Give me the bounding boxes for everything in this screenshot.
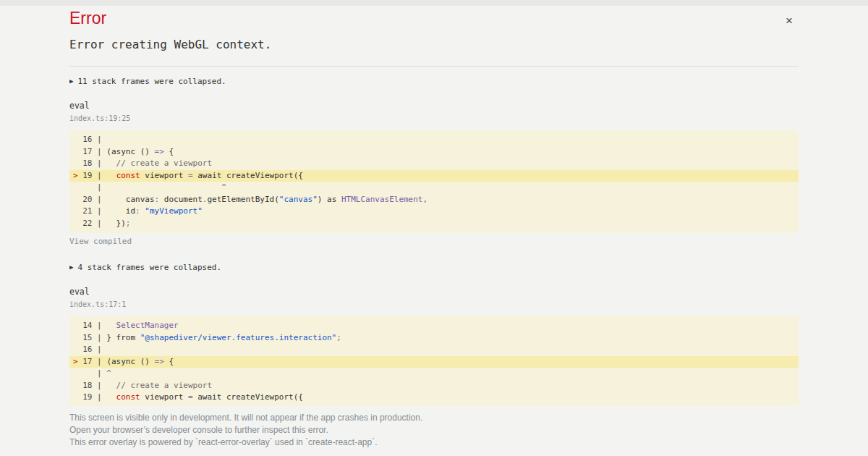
code-token	[106, 392, 116, 402]
code-token: 18 |	[73, 159, 106, 168]
code-token: canvas	[106, 195, 154, 204]
collapsed-frames-label: 11 stack frames were collapsed.	[77, 77, 226, 86]
code-line: 16 |	[69, 134, 799, 146]
code-token: ,	[423, 405, 428, 407]
error-title: Error	[69, 9, 106, 28]
collapsed-frames-toggle-2[interactable]: ▶4 stack frames were collapsed.	[69, 261, 799, 274]
code-token	[106, 381, 116, 390]
error-overlay: Error × Error creating WebGL context. ▶1…	[64, 0, 804, 456]
code-token: >	[73, 171, 78, 180]
code-token: =>	[155, 357, 164, 366]
code-token: } from	[106, 333, 140, 342]
code-token	[106, 171, 116, 180]
code-token: ) as	[318, 405, 341, 407]
frame-function-name-1: eval	[69, 101, 799, 111]
code-token: 17 |	[78, 357, 107, 366]
code-line: 17 | (async () => {	[69, 146, 799, 159]
code-token: "myViewport"	[145, 206, 202, 216]
code-frame-block-1: 16 | 17 | (async () => { 18 | // create …	[69, 130, 799, 233]
code-token: 21 |	[73, 206, 106, 216]
code-token: viewport	[140, 171, 188, 180]
code-token: await createViewport({	[193, 392, 303, 402]
code-token: "canvas"	[279, 405, 318, 407]
footer-line: This error overlay is powered by `react-…	[69, 436, 799, 449]
code-line: 20 | canvas: document.getElementById("ca…	[69, 194, 799, 206]
code-token: await createViewport({	[193, 171, 303, 180]
code-token: id	[106, 206, 135, 216]
code-line: 18 | // create a viewport	[69, 380, 799, 392]
close-button[interactable]: ×	[786, 14, 793, 27]
code-line-highlighted: > 17 | (async () => {	[69, 356, 799, 368]
code-token: canvas	[106, 405, 154, 407]
code-line: 21 | id: "myViewport"	[69, 206, 799, 218]
code-line: 20 | canvas: document.getElementById("ca…	[69, 404, 799, 407]
code-token: |	[73, 182, 106, 192]
code-token: 20 |	[73, 405, 106, 407]
code-token: ;	[336, 333, 341, 342]
code-line: 16 |	[69, 344, 799, 356]
code-token: ,	[423, 195, 428, 204]
code-token: 19 |	[78, 171, 107, 180]
code-line-highlighted: > 19 | const viewport = await createView…	[69, 170, 799, 182]
error-message: Error creating WebGL context.	[69, 38, 799, 51]
code-token: getElementById(	[207, 195, 278, 204]
code-token: ^	[106, 368, 111, 378]
code-token: "@shapediver/viewer.features.interaction…	[140, 333, 337, 342]
code-token: (async ()	[106, 147, 154, 156]
page-background: { "overlay": { "title": "Error", "close_…	[0, 0, 868, 456]
frame-location-link-2[interactable]: index.ts:17:1	[69, 300, 799, 309]
code-line: 22 | });	[69, 218, 799, 230]
code-token: document	[159, 405, 203, 407]
code-token: })	[106, 219, 126, 228]
code-token: 19 |	[73, 392, 106, 402]
triangle-right-icon: ▶	[69, 77, 73, 85]
code-frame-block-2: 14 | SelectManager 15 | } from "@shapedi…	[69, 316, 799, 406]
code-token: "canvas"	[279, 195, 318, 204]
code-token: viewport	[140, 392, 188, 402]
code-token: =	[188, 171, 193, 180]
code-token: 15 |	[73, 333, 106, 342]
code-token: {	[164, 147, 174, 156]
code-token: 14 |	[73, 321, 106, 330]
code-token: const	[116, 392, 140, 402]
code-token: HTMLCanvasElement	[341, 405, 423, 407]
code-token	[106, 321, 116, 330]
footer-line: Open your browser’s developer console to…	[69, 424, 799, 436]
code-token: :	[135, 206, 140, 216]
code-token: >	[73, 357, 78, 366]
triangle-right-icon: ▶	[69, 263, 73, 271]
code-token: (async ()	[106, 357, 154, 366]
code-token: document	[159, 195, 203, 204]
code-token: ) as	[318, 195, 341, 204]
code-token: |	[73, 368, 106, 378]
code-token: 22 |	[73, 219, 106, 228]
code-token: =>	[155, 147, 164, 156]
code-token: const	[116, 171, 140, 180]
code-line: 19 | const viewport = await createViewpo…	[69, 392, 799, 404]
collapsed-frames-label: 4 stack frames were collapsed.	[77, 263, 221, 272]
code-line: | ^	[69, 182, 799, 194]
code-token: =	[188, 392, 193, 402]
code-token: HTMLCanvasElement	[341, 195, 423, 204]
code-token: 17 |	[73, 147, 106, 156]
code-line: 18 | // create a viewport	[69, 158, 799, 170]
code-line: 14 | SelectManager	[69, 320, 799, 332]
code-line: 15 | } from "@shapediver/viewer.features…	[69, 332, 799, 345]
stack-trace-container: ▶11 stack frames were collapsed. eval in…	[69, 67, 799, 406]
code-token: ^	[106, 182, 226, 192]
code-token: {	[164, 357, 174, 366]
view-compiled-link[interactable]: View compiled	[69, 236, 799, 247]
collapsed-frames-toggle-1[interactable]: ▶11 stack frames were collapsed.	[69, 75, 799, 88]
code-token: 20 |	[73, 195, 106, 204]
code-token: // create a viewport	[116, 381, 212, 390]
code-token: 16 |	[73, 135, 106, 144]
code-token: // create a viewport	[116, 159, 212, 168]
overlay-footer: This screen is visible only in developme…	[69, 412, 799, 449]
code-token: 16 |	[73, 345, 106, 354]
code-token: getElementById(	[207, 405, 278, 407]
code-token: ;	[126, 219, 131, 228]
code-token: SelectManager	[116, 321, 179, 330]
footer-line: This screen is visible only in developme…	[69, 412, 799, 424]
close-icon: ×	[786, 14, 793, 28]
frame-location-link-1[interactable]: index.ts:19:25	[69, 114, 799, 123]
